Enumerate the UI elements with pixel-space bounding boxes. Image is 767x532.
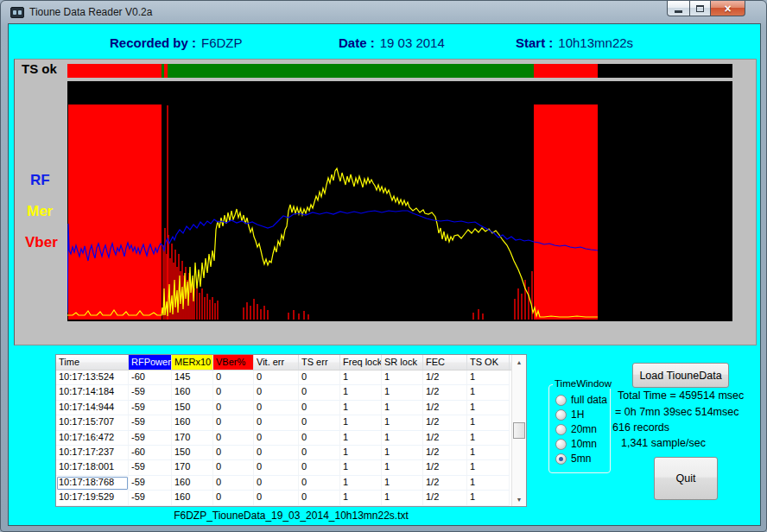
- table-cell[interactable]: 0: [299, 415, 340, 430]
- table-cell[interactable]: 1/2: [423, 401, 467, 415]
- timewindow-option-20mn[interactable]: 20mn: [555, 423, 597, 435]
- table-cell[interactable]: 0: [254, 446, 299, 460]
- table-cell[interactable]: 1: [382, 446, 423, 460]
- table-cell[interactable]: 0: [213, 415, 254, 430]
- column-header[interactable]: Freq lock: [340, 355, 382, 370]
- table-cell[interactable]: 0: [254, 401, 299, 415]
- column-header[interactable]: Time: [56, 355, 129, 370]
- table-cell[interactable]: 1: [382, 370, 423, 385]
- table-cell[interactable]: 1: [382, 476, 423, 491]
- table-cell[interactable]: 1: [467, 401, 510, 415]
- radio-icon[interactable]: [555, 424, 567, 435]
- table-cell[interactable]: -59: [129, 431, 172, 446]
- table-cell[interactable]: 0: [254, 415, 299, 430]
- table-cell[interactable]: 1: [467, 415, 510, 430]
- table-cell[interactable]: -59: [129, 401, 172, 415]
- table-row[interactable]: 10:17:14:944-59150000111/21: [56, 401, 526, 415]
- table-cell[interactable]: 0: [299, 431, 340, 446]
- column-header[interactable]: MERx10: [172, 355, 213, 370]
- table-cell[interactable]: 1: [382, 401, 423, 415]
- table-cell[interactable]: 1: [467, 385, 510, 400]
- table-row[interactable]: 10:17:15:707-59160000111/21: [56, 415, 526, 430]
- table-cell[interactable]: 1: [382, 385, 423, 400]
- table-cell[interactable]: 1: [340, 385, 382, 400]
- maximize-button[interactable]: [690, 1, 710, 16]
- table-cell[interactable]: 0: [213, 370, 254, 385]
- table-cell[interactable]: 1/2: [423, 460, 467, 475]
- table-cell[interactable]: 0: [213, 446, 254, 460]
- table-cell[interactable]: 160: [172, 476, 213, 491]
- table-cell[interactable]: 160: [172, 491, 213, 505]
- table-cell[interactable]: 1: [340, 431, 382, 446]
- timewindow-option-5mn[interactable]: 5mn: [555, 453, 591, 465]
- table-cell[interactable]: 1: [467, 476, 510, 491]
- table-cell[interactable]: 0: [254, 431, 299, 446]
- minimize-button[interactable]: [667, 1, 690, 16]
- table-cell[interactable]: -60: [129, 370, 172, 385]
- table-cell[interactable]: 0: [254, 370, 299, 385]
- table-cell[interactable]: 0: [299, 491, 340, 505]
- table-row[interactable]: 10:17:18:768-59160000111/21: [56, 476, 526, 491]
- column-header[interactable]: RFPower: [129, 355, 172, 370]
- table-cell[interactable]: -59: [129, 476, 172, 491]
- column-header[interactable]: FEC: [423, 355, 467, 370]
- table-cell[interactable]: 1: [467, 460, 510, 475]
- table-cell[interactable]: 150: [172, 446, 213, 460]
- table-cell[interactable]: 0: [299, 370, 340, 385]
- timewindow-option-10mn[interactable]: 10mn: [555, 438, 597, 450]
- table-cell[interactable]: 0: [299, 385, 340, 400]
- close-button[interactable]: ×: [710, 1, 745, 16]
- column-header[interactable]: Vit. err: [254, 355, 299, 370]
- table-cell[interactable]: 1: [382, 491, 423, 505]
- table-cell[interactable]: 1: [467, 491, 510, 505]
- table-cell[interactable]: 0: [299, 460, 340, 475]
- table-cell[interactable]: -59: [129, 491, 172, 505]
- table-cell[interactable]: 170: [172, 460, 213, 475]
- table-cell[interactable]: 0: [299, 401, 340, 415]
- table-cell[interactable]: 0: [299, 446, 340, 460]
- table-cell[interactable]: 1: [467, 431, 510, 446]
- table-cell[interactable]: 10:17:19:529: [56, 491, 129, 505]
- table-row[interactable]: 10:17:13:524-60145000111/21: [56, 370, 526, 385]
- column-header[interactable]: TS err: [299, 355, 340, 370]
- quit-button[interactable]: Quit: [654, 457, 718, 500]
- table-cell[interactable]: 10:17:14:944: [56, 401, 129, 415]
- table-cell[interactable]: 0: [254, 476, 299, 491]
- table-cell[interactable]: 1: [382, 460, 423, 475]
- table-cell[interactable]: 1: [467, 446, 510, 460]
- table-cell[interactable]: 1: [340, 460, 382, 475]
- radio-icon[interactable]: [555, 439, 567, 450]
- scroll-down-icon[interactable]: ▼: [512, 492, 526, 506]
- table-cell[interactable]: 145: [172, 370, 213, 385]
- table-cell[interactable]: 1: [340, 491, 382, 505]
- table-cell[interactable]: 1/2: [423, 431, 467, 446]
- scrollbar-thumb[interactable]: [513, 422, 525, 439]
- table-cell[interactable]: 0: [254, 385, 299, 400]
- table-cell[interactable]: 1: [382, 415, 423, 430]
- table-scrollbar[interactable]: ▲ ▼: [511, 355, 526, 506]
- table-cell[interactable]: 1/2: [423, 415, 467, 430]
- table-cell[interactable]: 160: [172, 385, 213, 400]
- timewindow-option-1h[interactable]: 1H: [555, 408, 584, 421]
- timewindow-option-full-data[interactable]: full data: [555, 394, 607, 406]
- table-cell[interactable]: 0: [213, 385, 254, 400]
- radio-selected-icon[interactable]: [555, 453, 567, 465]
- table-cell[interactable]: 1: [340, 370, 382, 385]
- table-cell[interactable]: 10:17:14:184: [56, 385, 129, 400]
- table-cell[interactable]: 10:17:16:472: [56, 431, 129, 446]
- load-tiounedata-button[interactable]: Load TiouneData: [632, 363, 729, 388]
- table-cell[interactable]: 10:17:15:707: [56, 415, 129, 430]
- table-cell[interactable]: 1/2: [423, 491, 467, 505]
- table-cell[interactable]: 10:17:18:001: [56, 460, 129, 475]
- radio-icon[interactable]: [555, 409, 567, 421]
- table-cell[interactable]: 170: [172, 431, 213, 446]
- table-cell[interactable]: 10:17:13:524: [56, 370, 129, 385]
- table-cell[interactable]: 150: [172, 401, 213, 415]
- table-cell[interactable]: 1: [382, 431, 423, 446]
- table-row[interactable]: 10:17:16:472-59170000111/21: [56, 431, 526, 446]
- table-cell[interactable]: 0: [213, 491, 254, 505]
- radio-icon[interactable]: [555, 395, 567, 406]
- table-cell[interactable]: 1: [340, 415, 382, 430]
- table-cell[interactable]: 1/2: [423, 370, 467, 385]
- table-cell[interactable]: 1/2: [423, 476, 467, 491]
